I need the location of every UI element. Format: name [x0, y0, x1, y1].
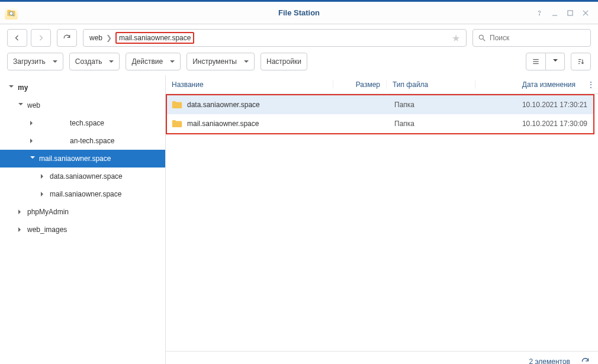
- tree-webimages[interactable]: web_images: [0, 221, 165, 239]
- breadcrumb[interactable]: web ❯ mail.saniaowner.space ★: [83, 29, 467, 47]
- column-headers: Название Размер Тип файла Дата изменения…: [166, 75, 598, 94]
- svg-rect-1: [7, 9, 11, 11]
- app-icon: [5, 7, 18, 20]
- maximize-icon[interactable]: [562, 5, 578, 21]
- svg-point-9: [479, 35, 483, 39]
- col-name[interactable]: Название: [166, 80, 333, 89]
- status-bar: 2 элементов: [166, 351, 598, 364]
- file-list-highlight: data.saniaowner.space Папка 10.10.2021 1…: [166, 94, 594, 134]
- search-input[interactable]: [472, 29, 591, 47]
- action-button[interactable]: Действие: [126, 53, 181, 70]
- search-icon: [478, 34, 486, 42]
- table-row[interactable]: mail.saniaowner.space Папка 10.10.2021 1…: [167, 114, 593, 133]
- reload-button[interactable]: [57, 29, 77, 47]
- sort-button[interactable]: [571, 53, 591, 70]
- minimize-icon[interactable]: [547, 5, 562, 21]
- create-button[interactable]: Создать: [69, 53, 120, 70]
- refresh-icon: [581, 357, 590, 364]
- svg-line-10: [483, 39, 486, 41]
- crumb-web[interactable]: web: [89, 34, 102, 42]
- tree-antech[interactable]: an-tech.space: [0, 132, 165, 150]
- item-count: 2 элементов: [529, 357, 570, 365]
- chevron-right-icon: ❯: [106, 34, 112, 42]
- back-button[interactable]: [7, 29, 27, 47]
- folder-icon: [172, 120, 182, 128]
- tree-root[interactable]: my: [0, 79, 165, 96]
- window-title: File Station: [278, 8, 320, 17]
- col-more-icon[interactable]: ⋮: [581, 80, 594, 89]
- settings-button[interactable]: Настройки: [261, 53, 307, 70]
- tree-phpmyadmin[interactable]: phpMyAdmin: [0, 203, 165, 221]
- tree-mail-selected[interactable]: mail.saniaowner.space: [0, 150, 165, 167]
- refresh-button[interactable]: [581, 357, 590, 364]
- view-dropdown-button[interactable]: [546, 53, 565, 70]
- col-date[interactable]: Дата изменения: [475, 80, 581, 89]
- favorite-icon[interactable]: ★: [452, 33, 460, 44]
- folder-icon: [172, 101, 182, 109]
- tree-data-sub[interactable]: data.saniaowner.space: [0, 167, 165, 185]
- close-icon[interactable]: [578, 5, 593, 21]
- col-size[interactable]: Размер: [333, 80, 386, 89]
- tree-web[interactable]: web: [0, 96, 165, 114]
- upload-button[interactable]: Загрузить: [7, 53, 63, 70]
- folder-tree: my web tech.space an-tech.space mail.san…: [0, 75, 166, 364]
- help-icon[interactable]: [532, 5, 547, 21]
- search-field[interactable]: [490, 34, 586, 42]
- svg-point-4: [539, 14, 540, 15]
- tree-tech[interactable]: tech.space: [0, 114, 165, 132]
- table-row[interactable]: data.saniaowner.space Папка 10.10.2021 1…: [167, 95, 593, 114]
- svg-rect-6: [568, 10, 573, 15]
- col-type[interactable]: Тип файла: [386, 80, 475, 89]
- tree-mail-sub[interactable]: mail.saniaowner.space: [0, 185, 165, 203]
- forward-button[interactable]: [31, 29, 51, 47]
- chevron-down-icon: [553, 59, 558, 64]
- crumb-current[interactable]: mail.saniaowner.space: [115, 32, 194, 44]
- view-list-button[interactable]: [526, 53, 546, 70]
- tools-button[interactable]: Инструменты: [187, 53, 255, 70]
